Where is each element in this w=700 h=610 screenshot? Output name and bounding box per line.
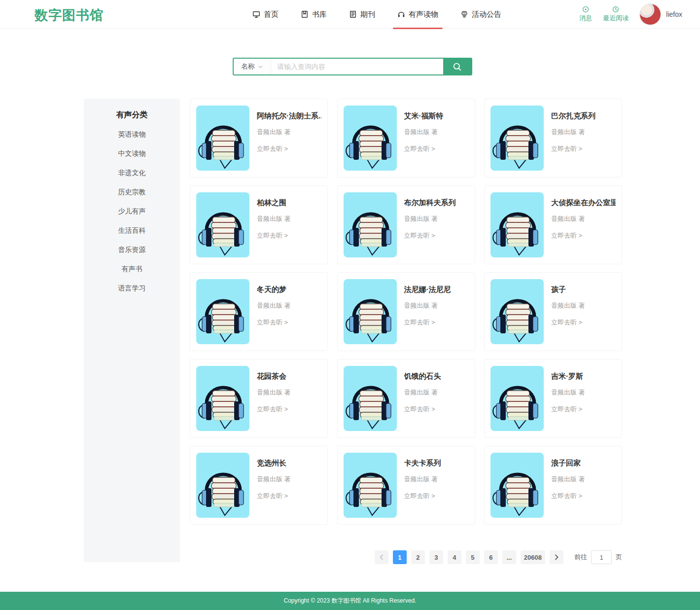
listen-now-link[interactable]: 立即去听 >	[257, 492, 291, 501]
book-card[interactable]: 大侦探坐在办公室里音频出版 著立即去听 >	[484, 185, 622, 264]
listen-now-link[interactable]: 立即去听 >	[551, 405, 585, 414]
book-author: 音频出版 著	[404, 388, 441, 397]
book-card[interactable]: 柏林之围音频出版 著立即去听 >	[190, 185, 328, 264]
more-pages-button[interactable]: ...	[502, 550, 516, 564]
listen-now-link[interactable]: 立即去听 >	[404, 492, 441, 501]
chevron-right-icon	[554, 554, 559, 560]
headphones-book-illustration-icon	[490, 279, 544, 344]
sidebar-item[interactable]: 语言学习	[84, 279, 180, 298]
book-author: 音频出版 著	[257, 301, 291, 310]
book-thumbnail	[196, 106, 249, 171]
headphones-book-illustration-icon	[196, 192, 249, 257]
listen-now-link[interactable]: 立即去听 >	[551, 318, 585, 327]
page-button-20608[interactable]: 20608	[521, 550, 545, 564]
sidebar-item[interactable]: 有声书	[84, 259, 180, 279]
nav-item-audiobooks[interactable]: 有声读物	[397, 0, 438, 29]
book-author: 音频出版 著	[257, 388, 291, 397]
book-title: 冬天的梦	[257, 285, 291, 294]
book-card[interactable]: 法尼娜·法尼尼音频出版 著立即去听 >	[337, 272, 475, 351]
book-card[interactable]: 饥饿的石头音频出版 著立即去听 >	[337, 359, 475, 438]
page-button-6[interactable]: 6	[484, 550, 498, 564]
book-grid: 阿纳托尔·法朗士系...音频出版 著立即去听 >艾米·福斯特音频出版 著立即去听…	[190, 99, 622, 533]
listen-now-link[interactable]: 立即去听 >	[404, 318, 451, 327]
listen-now-link[interactable]: 立即去听 >	[551, 231, 616, 240]
sidebar-item[interactable]: 少儿有声	[84, 202, 180, 221]
chevron-down-icon	[258, 64, 263, 70]
nav-item-library[interactable]: 书库	[301, 0, 327, 29]
page-jump-input[interactable]	[591, 550, 612, 564]
book-card[interactable]: 冬天的梦音频出版 著立即去听 >	[190, 272, 328, 351]
sidebar-item[interactable]: 中文读物	[84, 144, 180, 163]
search-button[interactable]	[443, 59, 471, 74]
book-card[interactable]: 卡夫卡系列音频出版 著立即去听 >	[337, 446, 475, 525]
page-button-5[interactable]: 5	[466, 550, 480, 564]
site-logo[interactable]: 数字图书馆	[35, 6, 104, 24]
listen-now-link[interactable]: 立即去听 >	[257, 231, 291, 240]
clock-icon	[612, 6, 619, 13]
nav-item-home[interactable]: 首页	[252, 0, 279, 29]
book-card[interactable]: 花园茶会音频出版 著立即去听 >	[190, 359, 328, 438]
messages-label: 消息	[579, 14, 592, 23]
listen-now-link[interactable]: 立即去听 >	[404, 405, 441, 414]
page-button-3[interactable]: 3	[429, 550, 443, 564]
book-info: 巴尔扎克系列音频出版 著立即去听 >	[551, 106, 595, 171]
recent-reading-label: 最近阅读	[603, 14, 629, 23]
book-card[interactable]: 浪子回家音频出版 著立即去听 >	[484, 446, 622, 525]
prev-page-button[interactable]	[375, 550, 388, 564]
book-thumbnail	[196, 366, 249, 431]
page: 数字图书馆 首页书库期刊有声读物活动公告 消息 最近阅读 liefox 名称 有…	[0, 0, 700, 610]
page-button-2[interactable]: 2	[411, 550, 425, 564]
recent-reading-button[interactable]: 最近阅读	[603, 6, 629, 23]
message-icon	[582, 6, 589, 13]
headphones-book-illustration-icon	[490, 192, 544, 257]
book-thumbnail	[196, 279, 249, 344]
sidebar-item[interactable]: 非遗文化	[84, 163, 180, 182]
search-type-select[interactable]: 名称	[234, 59, 271, 74]
book-card[interactable]: 孩子音频出版 著立即去听 >	[484, 272, 622, 351]
listen-now-link[interactable]: 立即去听 >	[257, 318, 291, 327]
sidebar-item[interactable]: 历史宗教	[84, 182, 180, 202]
book-card[interactable]: 竞选州长音频出版 著立即去听 >	[190, 446, 328, 525]
avatar[interactable]	[639, 3, 661, 25]
page-button-1[interactable]: 1	[393, 550, 407, 564]
book-thumbnail	[490, 106, 544, 171]
book-thumbnail	[344, 279, 397, 344]
footer: Copyright © 2023 数字图书馆 All Rights Reserv…	[0, 592, 700, 610]
sidebar-item[interactable]: 音乐资源	[84, 240, 180, 259]
jump-prefix-label: 前往	[574, 553, 587, 562]
book-title: 浪子回家	[551, 459, 585, 468]
listen-now-link[interactable]: 立即去听 >	[404, 231, 456, 240]
book-title: 布尔加科夫系列	[404, 198, 456, 208]
sidebar-item[interactable]: 英语读物	[84, 125, 180, 144]
username: liefox	[666, 10, 682, 18]
book-title: 艾米·福斯特	[404, 111, 444, 121]
next-page-button[interactable]	[550, 550, 563, 564]
headphones-book-illustration-icon	[344, 192, 397, 257]
listen-now-link[interactable]: 立即去听 >	[404, 144, 444, 153]
listen-now-link[interactable]: 立即去听 >	[257, 405, 291, 414]
book-title: 法尼娜·法尼尼	[404, 285, 451, 294]
book-thumbnail	[344, 366, 397, 431]
nav-item-journals[interactable]: 期刊	[349, 0, 375, 29]
book-author: 音频出版 著	[551, 128, 595, 137]
book-author: 音频出版 著	[551, 215, 616, 223]
headphones-book-illustration-icon	[344, 279, 397, 344]
book-card[interactable]: 阿纳托尔·法朗士系...音频出版 著立即去听 >	[190, 99, 328, 178]
jump-suffix-label: 页	[616, 553, 622, 562]
messages-button[interactable]: 消息	[579, 6, 592, 23]
listen-now-link[interactable]: 立即去听 >	[551, 144, 595, 153]
book-card[interactable]: 巴尔扎克系列音频出版 著立即去听 >	[484, 99, 622, 178]
book-card[interactable]: 布尔加科夫系列音频出版 著立即去听 >	[337, 185, 475, 264]
listen-now-link[interactable]: 立即去听 >	[257, 144, 321, 153]
nav-item-announcements[interactable]: 活动公告	[460, 0, 501, 29]
listen-now-link[interactable]: 立即去听 >	[551, 492, 585, 501]
search-input[interactable]	[271, 59, 443, 74]
book-info: 布尔加科夫系列音频出版 著立即去听 >	[404, 192, 456, 257]
page-button-4[interactable]: 4	[448, 550, 461, 564]
book-info: 冬天的梦音频出版 著立即去听 >	[257, 279, 291, 344]
book-card[interactable]: 吉米·罗斯音频出版 著立即去听 >	[484, 359, 622, 438]
book-card[interactable]: 艾米·福斯特音频出版 著立即去听 >	[337, 99, 475, 178]
page-buttons: 123456...20608	[388, 550, 545, 564]
book-author: 音频出版 著	[257, 215, 291, 223]
sidebar-item[interactable]: 生活百科	[84, 221, 180, 240]
